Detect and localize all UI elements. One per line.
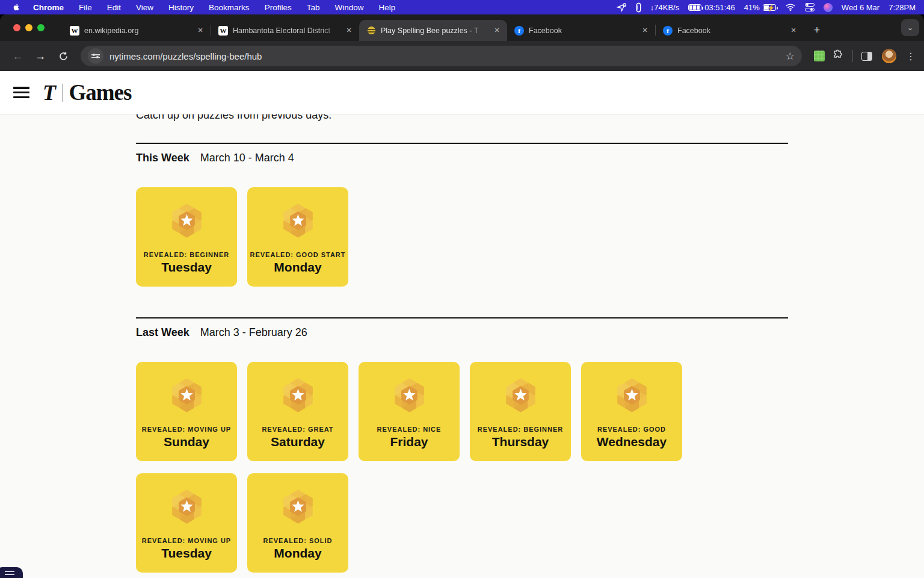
new-tab-button[interactable]: + bbox=[808, 22, 825, 39]
close-tab-icon[interactable]: ✕ bbox=[639, 25, 650, 36]
extension-icon[interactable] bbox=[814, 51, 825, 61]
reload-button[interactable] bbox=[53, 46, 73, 66]
games-header: T Games bbox=[0, 71, 924, 114]
card-status: REVEALED: SOLID bbox=[263, 537, 332, 544]
card-status: REVEALED: GOOD bbox=[597, 426, 666, 433]
card-day: Saturday bbox=[271, 435, 325, 449]
card-day: Sunday bbox=[164, 435, 209, 449]
site-settings-icon[interactable] bbox=[88, 48, 103, 64]
menu-file[interactable]: File bbox=[79, 3, 92, 12]
battery-percent[interactable]: 41% ⚡ bbox=[744, 3, 776, 12]
url-text[interactable]: nytimes.com/puzzles/spelling-bee/hub bbox=[109, 51, 780, 61]
card-status: REVEALED: MOVING UP bbox=[142, 537, 231, 544]
facebook-favicon: f bbox=[514, 26, 524, 36]
bee-badge-icon bbox=[612, 375, 652, 415]
control-center-icon[interactable] bbox=[805, 3, 815, 11]
forward-button[interactable]: → bbox=[30, 46, 51, 66]
hamburger-menu-icon[interactable] bbox=[13, 87, 29, 98]
card-status: REVEALED: BEGINNER bbox=[478, 426, 564, 433]
paperclip-icon[interactable] bbox=[636, 2, 641, 13]
puzzle-card-friday[interactable]: REVEALED: NICE Friday bbox=[359, 362, 460, 461]
tab-facebook-1[interactable]: f Facebook ✕ bbox=[507, 20, 655, 41]
section-title: This Week bbox=[136, 152, 189, 164]
zoom-window-button[interactable] bbox=[37, 24, 45, 31]
menu-bookmarks[interactable]: Bookmarks bbox=[209, 3, 250, 12]
tab-spelling-bee-active[interactable]: Play Spelling Bee puzzles - T ✕ bbox=[359, 20, 507, 41]
menu-time[interactable]: 7:28PM bbox=[889, 3, 916, 12]
facebook-favicon: f bbox=[663, 26, 673, 36]
puzzle-card-wednesday[interactable]: REVEALED: GOOD Wednesday bbox=[581, 362, 682, 461]
card-status: REVEALED: GREAT bbox=[262, 426, 333, 433]
section-divider bbox=[136, 317, 788, 319]
bee-favicon bbox=[366, 26, 376, 36]
network-rate[interactable]: ↓74KB/s bbox=[650, 3, 679, 12]
card-status: REVEALED: NICE bbox=[377, 426, 442, 433]
tab-facebook-2[interactable]: f Facebook ✕ bbox=[656, 20, 804, 41]
side-panel-icon[interactable] bbox=[861, 52, 872, 61]
menu-profiles[interactable]: Profiles bbox=[265, 3, 292, 12]
puzzle-card-sunday[interactable]: REVEALED: MOVING UP Sunday bbox=[136, 362, 237, 461]
tab-hambantota[interactable]: W Hambantota Electoral District ✕ bbox=[211, 20, 359, 41]
games-wordmark: Games bbox=[69, 81, 132, 104]
close-tab-icon[interactable]: ✕ bbox=[788, 25, 799, 36]
close-tab-icon[interactable]: ✕ bbox=[343, 25, 354, 36]
card-day: Monday bbox=[274, 546, 321, 561]
menu-date[interactable]: Wed 6 Mar bbox=[842, 3, 879, 12]
card-day: Wednesday bbox=[597, 435, 667, 449]
card-day: Tuesday bbox=[161, 546, 212, 561]
close-window-button[interactable] bbox=[13, 24, 20, 31]
profile-avatar[interactable] bbox=[882, 49, 896, 63]
bee-badge-icon bbox=[278, 375, 318, 415]
section-date-range: March 3 - February 26 bbox=[200, 326, 307, 339]
bee-badge-icon bbox=[167, 200, 207, 241]
menu-window[interactable]: Window bbox=[334, 3, 363, 12]
minimize-window-button[interactable] bbox=[25, 24, 32, 31]
hub-content: Catch up on puzzles from previous days. … bbox=[136, 114, 788, 573]
browser-menu-icon[interactable]: ⋮ bbox=[906, 51, 916, 62]
last-week-header: Last Week March 3 - February 26 bbox=[136, 326, 788, 339]
tab-wikipedia-home[interactable]: W en.wikipedia.org ✕ bbox=[63, 20, 211, 41]
browser-toolbar: ← → nytimes.com/puzzles/spelling-bee/hub… bbox=[0, 41, 924, 71]
menu-history[interactable]: History bbox=[168, 3, 194, 12]
feedback-button[interactable] bbox=[0, 567, 23, 578]
card-status: REVEALED: GOOD START bbox=[250, 251, 346, 258]
location-off-icon[interactable] bbox=[617, 2, 627, 12]
back-button[interactable]: ← bbox=[7, 46, 28, 66]
bee-badge-icon bbox=[278, 486, 318, 527]
card-status: REVEALED: MOVING UP bbox=[142, 426, 231, 433]
menu-edit[interactable]: Edit bbox=[107, 3, 121, 12]
apple-logo-icon[interactable] bbox=[12, 2, 21, 13]
tabs: W en.wikipedia.org ✕ W Hambantota Electo… bbox=[63, 14, 924, 41]
menu-app-name[interactable]: Chrome bbox=[33, 3, 64, 12]
this-week-header: This Week March 10 - March 4 bbox=[136, 152, 788, 164]
puzzle-card-tuesday[interactable]: REVEALED: BEGINNER Tuesday bbox=[136, 187, 237, 287]
card-day: Tuesday bbox=[161, 260, 212, 275]
tab-strip: W en.wikipedia.org ✕ W Hambantota Electo… bbox=[0, 14, 924, 41]
bookmark-star-icon[interactable]: ☆ bbox=[786, 50, 795, 63]
card-status: REVEALED: BEGINNER bbox=[144, 251, 230, 258]
menu-tab[interactable]: Tab bbox=[307, 3, 320, 12]
card-day: Friday bbox=[390, 435, 428, 449]
puzzle-card-thursday[interactable]: REVEALED: BEGINNER Thursday bbox=[470, 362, 571, 461]
bee-badge-icon bbox=[167, 375, 207, 415]
puzzle-card-saturday[interactable]: REVEALED: GREAT Saturday bbox=[247, 362, 348, 461]
close-tab-icon[interactable]: ✕ bbox=[195, 25, 206, 36]
puzzle-card-monday[interactable]: REVEALED: GOOD START Monday bbox=[247, 187, 348, 287]
address-bar[interactable]: nytimes.com/puzzles/spelling-bee/hub ☆ bbox=[81, 46, 802, 66]
menu-view[interactable]: View bbox=[136, 3, 153, 12]
puzzle-card-monday-lastweek[interactable]: REVEALED: SOLID Monday bbox=[247, 473, 348, 573]
extensions-puzzle-icon[interactable] bbox=[832, 49, 844, 63]
macos-menu-bar: Chrome File Edit View History Bookmarks … bbox=[0, 0, 924, 14]
wifi-icon[interactable] bbox=[785, 3, 796, 11]
card-day: Thursday bbox=[492, 435, 549, 449]
close-tab-icon[interactable]: ✕ bbox=[491, 25, 502, 36]
section-divider bbox=[136, 143, 788, 144]
nyt-games-logo[interactable]: T Games bbox=[43, 81, 131, 104]
menu-help[interactable]: Help bbox=[378, 3, 395, 12]
puzzle-card-tuesday-lastweek[interactable]: REVEALED: MOVING UP Tuesday bbox=[136, 473, 237, 573]
this-week-cards: REVEALED: BEGINNER Tuesday REVEALED: bbox=[136, 187, 788, 287]
tab-search-button[interactable]: ⌄ bbox=[901, 19, 919, 36]
siri-icon[interactable] bbox=[824, 3, 833, 12]
bee-badge-icon bbox=[500, 375, 541, 415]
battery-time[interactable]: 03:51:46 bbox=[688, 3, 735, 12]
